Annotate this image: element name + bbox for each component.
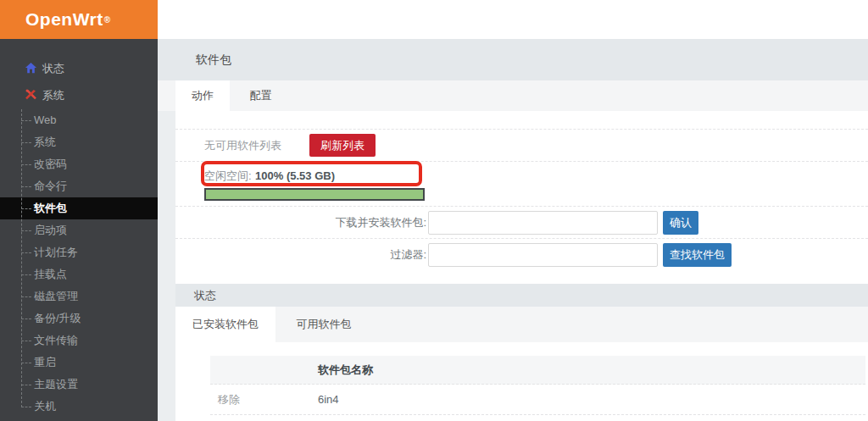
home-icon xyxy=(25,62,37,75)
sidebar: 状态 系统 Web 系统 改密码 命令行 软件包 启动项 计划任务 挂载点 磁盘… xyxy=(0,39,158,421)
free-space-fill xyxy=(206,190,423,199)
status-section-band: 状态 xyxy=(175,284,868,307)
sidebar-subitem-scheduled-tasks[interactable]: 计划任务 xyxy=(0,241,158,263)
tab-actions[interactable]: 动作 xyxy=(175,80,230,111)
refresh-list-button[interactable]: 刷新列表 xyxy=(309,134,376,157)
free-space-progressbar xyxy=(204,188,425,201)
sidebar-item-system[interactable]: 系统 xyxy=(0,85,158,107)
tab-configuration[interactable]: 配置 xyxy=(233,80,287,111)
package-name-column-header: 软件包名称 xyxy=(318,363,865,378)
openwrt-admin-page: OpenWrt® 状态 系统 Web 系统 改密码 命令行 xyxy=(0,0,868,421)
sidebar-subitem-file-transfer[interactable]: 文件传输 xyxy=(0,330,158,352)
sidebar-item-status[interactable]: 状态 xyxy=(0,58,158,80)
sidebar-subitem-mount-points[interactable]: 挂载点 xyxy=(0,263,158,285)
find-packages-button[interactable]: 查找软件包 xyxy=(663,243,732,267)
sidebar-subitem-disk-management[interactable]: 磁盘管理 xyxy=(0,285,158,307)
status-section-title: 状态 xyxy=(194,289,216,302)
installed-packages-panel: 软件包名称 移除 6in4 xyxy=(175,342,868,421)
tab-installed-packages[interactable]: 已安装软件包 xyxy=(175,307,275,342)
no-list-text: 无可用软件列表 xyxy=(204,138,309,153)
tab-available-packages[interactable]: 可用软件包 xyxy=(279,307,368,342)
package-name: 6in4 xyxy=(318,393,865,406)
sidebar-subitem-change-password[interactable]: 改密码 xyxy=(0,153,158,175)
refresh-row: 无可用软件列表 刷新列表 xyxy=(175,129,868,161)
remove-package-action[interactable]: 移除 xyxy=(210,392,318,407)
free-space-value: 100% (5.53 GB) xyxy=(255,169,335,182)
sidebar-system-submenu: Web 系统 改密码 命令行 软件包 启动项 计划任务 挂载点 磁盘管理 备份/… xyxy=(0,109,158,418)
page-title-band: 软件包 xyxy=(158,39,868,80)
actions-tab-strip: 动作 配置 xyxy=(158,80,868,111)
free-space-row: 空闲空间: 100% (5.53 GB) xyxy=(175,161,868,206)
top-bar xyxy=(158,0,868,39)
free-space-label: 空闲空间: xyxy=(204,169,252,182)
filter-row: 过滤器: 查找软件包 xyxy=(175,238,868,276)
packages-table-header: 软件包名称 xyxy=(210,356,865,385)
actions-panel: 无可用软件列表 刷新列表 空闲空间: 100% (5.53 GB) 下载并安装软… xyxy=(175,111,868,284)
brand-logo: OpenWrt® xyxy=(0,0,158,39)
table-row: 移除 6in4 xyxy=(210,385,865,415)
tools-icon xyxy=(25,89,37,102)
sidebar-item-label: 系统 xyxy=(42,85,64,107)
sidebar-subitem-shutdown[interactable]: 关机 xyxy=(0,396,158,418)
main-content: 软件包 动作 配置 无可用软件列表 刷新列表 空闲空间: 100% (5.53 … xyxy=(158,39,868,421)
brand-logo-text: OpenWrt xyxy=(25,9,103,30)
sidebar-subitem-backup-upgrade[interactable]: 备份/升级 xyxy=(0,307,158,330)
packages-table: 软件包名称 移除 6in4 xyxy=(210,356,865,415)
sidebar-subitem-system[interactable]: 系统 xyxy=(0,131,158,153)
download-install-label: 下载并安装软件包: xyxy=(204,215,426,230)
sidebar-subitem-startup[interactable]: 启动项 xyxy=(0,219,158,241)
registered-mark: ® xyxy=(104,15,110,25)
filter-label: 过滤器: xyxy=(204,247,426,263)
ok-button[interactable]: 确认 xyxy=(663,211,698,235)
packages-tab-strip: 已安装软件包 可用软件包 xyxy=(175,307,868,342)
sidebar-subitem-software-packages[interactable]: 软件包 xyxy=(0,197,158,219)
filter-input[interactable] xyxy=(428,243,658,267)
sidebar-subitem-theme-settings[interactable]: 主题设置 xyxy=(0,374,158,396)
sidebar-subitem-command-line[interactable]: 命令行 xyxy=(0,175,158,197)
sidebar-subitem-web[interactable]: Web xyxy=(0,109,158,131)
download-install-row: 下载并安装软件包: 确认 xyxy=(175,206,868,238)
download-install-input[interactable] xyxy=(428,211,658,235)
sidebar-subitem-reboot[interactable]: 重启 xyxy=(0,352,158,374)
page-title: 软件包 xyxy=(196,53,231,68)
sidebar-item-label: 状态 xyxy=(42,58,64,80)
